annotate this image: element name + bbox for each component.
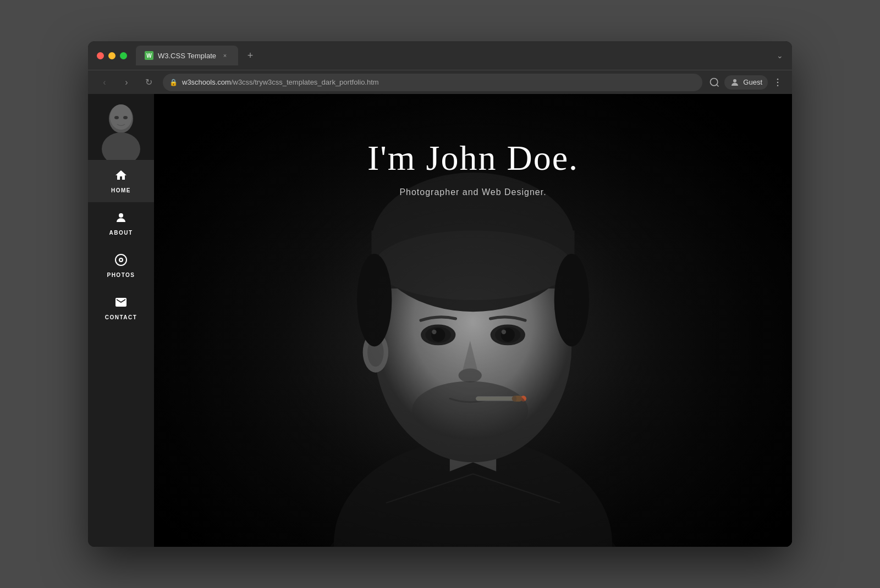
- photos-label: PHOTOS: [107, 272, 135, 278]
- browser-window: W W3.CSS Template × + ⌄ ‹ › ↻ 🔒 w3school…: [88, 41, 792, 547]
- main-content: I'm John Doe. Photographer and Web Desig…: [154, 94, 792, 547]
- tab-close-button[interactable]: ×: [221, 51, 229, 60]
- forward-button[interactable]: ›: [119, 75, 134, 90]
- sidebar-item-home[interactable]: HOME: [88, 160, 154, 202]
- hero-text: I'm John Doe. Photographer and Web Desig…: [154, 138, 792, 197]
- home-label: HOME: [111, 187, 131, 193]
- svg-line-1: [717, 84, 719, 86]
- browser-menu-button[interactable]: [772, 77, 783, 88]
- active-tab[interactable]: W W3.CSS Template ×: [136, 46, 238, 65]
- tab-bar: W W3.CSS Template × + ⌄: [136, 46, 783, 65]
- new-tab-button[interactable]: +: [243, 48, 258, 63]
- browser-actions: Guest: [709, 75, 783, 90]
- svg-point-3: [777, 78, 779, 80]
- close-button[interactable]: [97, 52, 104, 59]
- avatar-image: [88, 94, 154, 160]
- url-domain: w3schools.com: [182, 78, 231, 86]
- tab-title: W3.CSS Template: [158, 52, 216, 60]
- about-label: ABOUT: [109, 230, 133, 236]
- tab-favicon: W: [145, 51, 153, 60]
- back-button[interactable]: ‹: [97, 75, 112, 90]
- contact-icon: [114, 296, 128, 311]
- svg-point-15: [120, 259, 122, 261]
- maximize-button[interactable]: [120, 52, 127, 59]
- svg-point-12: [119, 213, 123, 218]
- nav-items: HOME ABOUT: [88, 160, 154, 329]
- account-button[interactable]: Guest: [724, 75, 768, 90]
- hero-title: I'm John Doe.: [154, 138, 792, 179]
- url-bar[interactable]: 🔒 w3schools.com/w3css/tryw3css_templates…: [163, 74, 702, 91]
- svg-point-10: [114, 116, 119, 119]
- hero-subtitle: Photographer and Web Designer.: [154, 187, 792, 197]
- url-text: w3schools.com/w3css/tryw3css_templates_d…: [182, 78, 379, 86]
- account-label: Guest: [743, 78, 762, 86]
- url-path: /w3css/tryw3css_templates_dark_portfolio…: [231, 78, 379, 86]
- traffic-lights: [97, 52, 127, 59]
- sidebar-item-about[interactable]: ABOUT: [88, 202, 154, 245]
- svg-point-5: [777, 85, 779, 86]
- home-icon: [114, 169, 128, 184]
- content-area: HOME ABOUT: [88, 94, 792, 547]
- title-bar: W W3.CSS Template × + ⌄: [88, 41, 792, 70]
- sidebar: HOME ABOUT: [88, 94, 154, 547]
- svg-point-4: [777, 81, 779, 83]
- svg-point-2: [733, 79, 736, 82]
- lock-icon: 🔒: [169, 79, 178, 86]
- tab-expand-button[interactable]: ⌄: [777, 51, 783, 60]
- minimize-button[interactable]: [108, 52, 116, 59]
- contact-label: CONTACT: [105, 314, 138, 320]
- photos-icon: [114, 253, 128, 269]
- address-bar: ‹ › ↻ 🔒 w3schools.com/w3css/tryw3css_tem…: [88, 70, 792, 94]
- svg-point-11: [123, 116, 128, 119]
- sidebar-item-photos[interactable]: PHOTOS: [88, 245, 154, 287]
- sidebar-avatar: [88, 94, 154, 160]
- sidebar-item-contact[interactable]: CONTACT: [88, 287, 154, 329]
- about-icon: [114, 211, 128, 226]
- svg-point-0: [711, 78, 718, 85]
- search-button[interactable]: [709, 77, 720, 88]
- refresh-button[interactable]: ↻: [141, 75, 156, 90]
